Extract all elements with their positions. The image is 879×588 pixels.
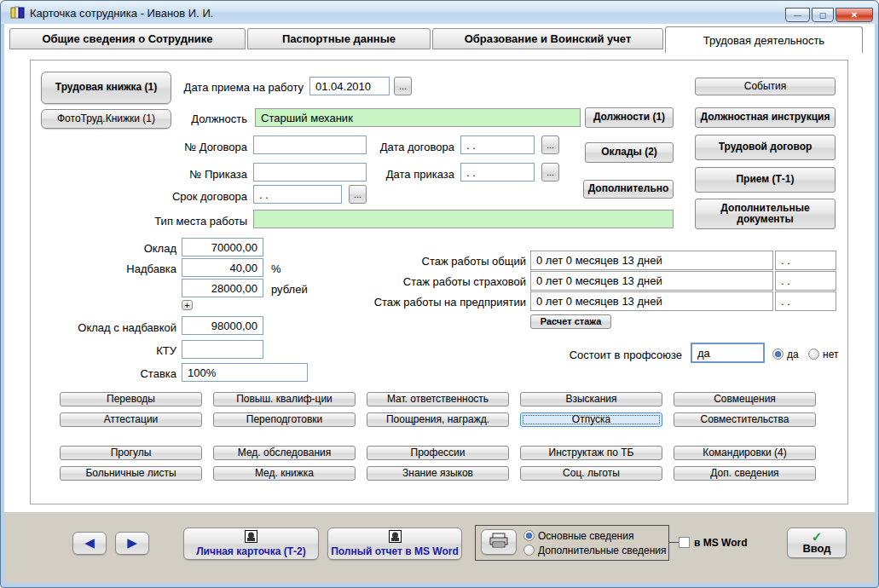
order-date-picker-button[interactable]: ... (541, 163, 559, 182)
seniority-company-field[interactable]: 0 лет 0 месяцев 13 дней (530, 291, 773, 311)
professions-button[interactable]: Профессии (367, 446, 509, 460)
salary-total-value: 98000,00 (211, 320, 257, 332)
hire-date-value: 01.04.2010 (315, 80, 371, 93)
full-report-word-button[interactable]: Полный отчет в MS Word (327, 527, 462, 560)
seniority-insurance-value: 0 лет 0 месяцев 13 дней (536, 274, 662, 287)
sick-leaves-button[interactable]: Больничные листы (60, 466, 202, 481)
contract-no-label: № Договора (162, 141, 247, 153)
seniority-total-field[interactable]: 0 лет 0 месяцев 13 дней (530, 251, 773, 270)
contract-term-field[interactable]: . . (253, 185, 342, 204)
extra-documents-button[interactable]: Дополнительные документы (695, 199, 836, 229)
additional-label: Дополнительно (588, 183, 669, 194)
rewards-button[interactable]: Поощрения, награжд. (367, 412, 509, 427)
grid-label: Взыскания (565, 394, 616, 405)
prev-employee-button[interactable]: ◀ (72, 532, 107, 555)
contract-no-field[interactable] (253, 135, 367, 154)
connector-line (669, 542, 679, 543)
main-info-radio[interactable] (523, 530, 535, 541)
photo-work-book-button[interactable]: ФотоТруд.Книжки (1) (41, 109, 171, 129)
additional-button[interactable]: Дополнительно (583, 180, 674, 199)
order-date-field[interactable]: . . (460, 163, 535, 182)
ellipsis-icon: ... (546, 140, 554, 150)
app-icon (10, 5, 26, 23)
enter-label: Ввод (802, 543, 830, 555)
combined-posts-button[interactable]: Совмещения (674, 392, 816, 406)
main-info-radio-label: Основные сведения (538, 530, 633, 542)
material-responsibility-button[interactable]: Мат. ответственность (367, 392, 509, 406)
rate-field[interactable]: 100% (182, 363, 308, 382)
contract-term-picker-button[interactable]: ... (349, 185, 367, 204)
personal-card-t2-button[interactable]: Личная карточка (Т-2) (183, 527, 319, 560)
salary-value: 70000,00 (211, 241, 257, 254)
salary-field[interactable]: 70000,00 (182, 238, 263, 257)
check-icon: ✓ (812, 531, 823, 542)
close-button[interactable]: ✕ (836, 8, 873, 22)
salary-total-field[interactable]: 98000,00 (182, 316, 263, 335)
ktu-field[interactable] (182, 340, 263, 359)
maximize-button[interactable]: ▢ (812, 8, 834, 22)
tab-label: Общие сведения о Сотруднике (42, 32, 212, 45)
ktu-label: КТУ (102, 344, 176, 357)
medical-book-button[interactable]: Мед. книжка (213, 466, 356, 481)
tab-general-info[interactable]: Общие сведения о Сотруднике (9, 28, 246, 49)
qualification-upgrade-button[interactable]: Повыш. квалиф-ции (213, 392, 356, 406)
salaries-list-button[interactable]: Оклады (2) (585, 142, 674, 163)
next-employee-button[interactable]: ▶ (115, 532, 149, 555)
vacations-button[interactable]: Отпуска (520, 412, 662, 427)
union-yes-radio[interactable] (772, 349, 784, 360)
seniority-calc-button[interactable]: Расчет стажа (530, 314, 611, 329)
extra-info-radio[interactable] (523, 545, 535, 556)
window-title: Карточка сотрудника - Иванов И. И. (30, 7, 213, 20)
position-field[interactable]: Старший механик (255, 108, 581, 127)
add-bonus-button[interactable]: + (182, 300, 193, 310)
union-no-radio[interactable] (808, 349, 819, 360)
grid-label: Совместительства (700, 414, 789, 425)
work-book-label: Трудовая книжка (1) (55, 82, 157, 93)
tab-work-activity[interactable]: Трудовая деятельность (665, 26, 863, 53)
tab-passport-data[interactable]: Паспортные данные (247, 28, 431, 49)
secondary-jobs-button[interactable]: Совместительства (674, 412, 816, 427)
tab-education-military[interactable]: Образование и Воинский учет (432, 28, 663, 49)
additional-info-button[interactable]: Доп. сведения (674, 466, 816, 481)
seniority-insurance-field[interactable]: 0 лет 0 месяцев 13 дней (530, 271, 773, 291)
seniority-company-extra-field[interactable]: . . (775, 291, 836, 311)
contract-date-field[interactable]: . . (460, 135, 535, 154)
seniority-total-label: Стаж работы общий (375, 255, 526, 268)
medical-examinations-button[interactable]: Мед. обследования (213, 446, 356, 460)
enter-button[interactable]: ✓ Ввод (787, 527, 847, 558)
social-benefits-button[interactable]: Соц. льготы (520, 466, 662, 481)
grid-label: Доп. сведения (710, 468, 778, 479)
seniority-insurance-extra-field[interactable]: . . (775, 271, 836, 291)
hire-date-field[interactable]: 01.04.2010 (309, 77, 390, 95)
ms-word-checkbox[interactable] (679, 537, 690, 548)
labor-contract-button[interactable]: Трудовой договор (695, 135, 836, 160)
bonus-percent-field[interactable]: 40,00 (182, 258, 263, 277)
job-instruction-button[interactable]: Должностная инструкция (695, 107, 836, 128)
contract-date-picker-button[interactable]: ... (541, 135, 559, 154)
minimize-button[interactable]: — (785, 8, 810, 22)
transfers-button[interactable]: Переводы (60, 392, 202, 406)
hire-date-picker-button[interactable]: ... (394, 77, 412, 95)
positions-list-button[interactable]: Должности (1) (585, 107, 674, 128)
hiring-t1-button[interactable]: Прием (Т-1) (695, 167, 836, 193)
attestations-button[interactable]: Аттестации (60, 412, 202, 427)
ellipsis-icon: ... (399, 81, 407, 91)
union-field[interactable]: да (691, 343, 765, 363)
retraining-button[interactable]: Переподготовки (213, 412, 356, 427)
bonus-rubles-field[interactable]: 28000,00 (182, 279, 263, 297)
workplace-type-field[interactable] (253, 210, 674, 228)
grid-label: Больничные листы (85, 468, 176, 479)
ellipsis-icon: ... (354, 189, 361, 199)
seniority-total-extra-field[interactable]: . . (775, 251, 836, 270)
penalties-button[interactable]: Взыскания (520, 392, 662, 406)
order-no-field[interactable] (253, 163, 367, 182)
union-value: да (697, 347, 710, 360)
print-button[interactable] (481, 529, 517, 555)
absences-button[interactable]: Прогулы (60, 446, 202, 460)
events-button[interactable]: События (695, 78, 836, 95)
languages-button[interactable]: Знание языков (367, 466, 509, 481)
business-trips-button[interactable]: Командировки (4) (674, 446, 816, 460)
title-bar[interactable]: Карточка сотрудника - Иванов И. И. — ▢ ✕ (1, 1, 878, 24)
safety-briefing-button[interactable]: Инструктаж по ТБ (520, 446, 662, 460)
grid-label: Совмещения (714, 394, 776, 405)
